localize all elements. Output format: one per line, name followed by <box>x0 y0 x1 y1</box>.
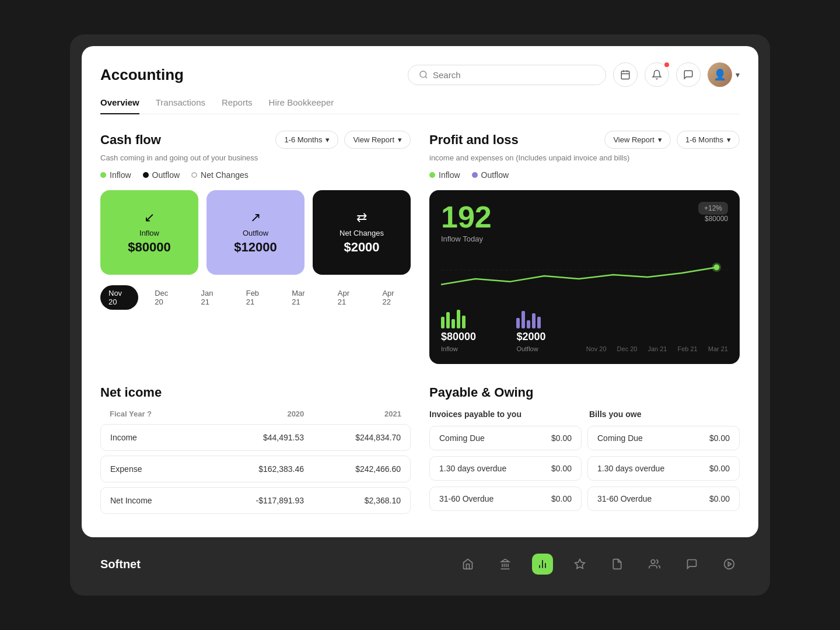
cashflow-cards: ↙ Inflow $80000 ↗ Outflow $12000 ⇄ Net C… <box>100 190 411 275</box>
nav-people-icon[interactable] <box>644 554 665 575</box>
timeline-jan21[interactable]: Jan 21 <box>192 285 229 310</box>
inflow-arrow-icon: ↙ <box>144 210 155 225</box>
pnl-subtitle: income and expenses on (Includes unpaid … <box>429 153 740 162</box>
table-header: Fical Year ? 2020 2021 <box>100 410 411 424</box>
expense-2021: $242,466.60 <box>304 464 401 474</box>
nav-ai-icon[interactable] <box>569 554 590 575</box>
payable-row-amount: $0.00 <box>709 494 730 503</box>
payable-row-label: Coming Due <box>597 433 643 443</box>
pnl-outflow-bars <box>516 310 545 328</box>
timeline-apr22[interactable]: Apr 22 <box>374 285 411 310</box>
payable-row-amount: $0.00 <box>709 433 730 443</box>
netincome-2021: $2,368.10 <box>304 496 401 505</box>
payable-row: Coming Due $0.00 <box>587 426 740 450</box>
nav-tabs: Overview Transactions Reports Hire Bookk… <box>100 92 740 114</box>
inflow-card: ↙ Inflow $80000 <box>100 190 198 275</box>
pnl-legend: Inflow Outflow <box>429 170 740 180</box>
payable-section: Payable & Owing Invoices payable to you … <box>429 385 740 519</box>
cashflow-period-dropdown[interactable]: 1-6 Months ▾ <box>275 131 338 149</box>
search-icon <box>419 70 428 79</box>
pnl-period-dropdown[interactable]: 1-6 Months ▾ <box>677 131 740 149</box>
app-title: Accounting <box>100 66 184 84</box>
pnl-time-jan21: Jan 21 <box>648 345 667 352</box>
col-header-2: 2020 <box>207 410 304 418</box>
cashflow-title: Cash flow <box>100 132 161 148</box>
income-label: Income <box>110 433 207 442</box>
timeline-nov20[interactable]: Nov 20 <box>100 285 138 310</box>
tab-reports[interactable]: Reports <box>222 92 253 114</box>
pnl-outflow-val: $2000 <box>516 331 545 343</box>
inflow-value: $80000 <box>128 240 170 255</box>
search-bar[interactable] <box>408 65 606 85</box>
payable-row-label: 31-60 Overdue <box>597 494 652 503</box>
pnl-target: $80000 <box>698 215 728 223</box>
timeline-mar21[interactable]: Mar 21 <box>284 285 321 310</box>
net-income-title: Net icome <box>100 385 411 400</box>
income-2020: $44,491.53 <box>207 433 304 442</box>
svg-marker-13 <box>501 559 509 562</box>
payable-row-amount: $0.00 <box>551 464 572 473</box>
pnl-outflow-name: Outflow <box>516 345 545 352</box>
tab-hire-bookkeeper[interactable]: Hire Bookkeeper <box>269 92 334 114</box>
pnl-view-report-btn[interactable]: View Report ▾ <box>604 131 671 149</box>
app-container: Accounting 👤 <box>70 34 770 596</box>
user-avatar-area[interactable]: 👤 ▾ <box>708 62 740 87</box>
calendar-icon <box>620 69 631 80</box>
payable-row-label: 31-60 Overdue <box>439 494 494 503</box>
payable-row-label: Coming Due <box>439 433 485 443</box>
payable-row-label: 1.30 days overdue <box>439 464 506 473</box>
cashflow-view-report-btn[interactable]: View Report ▾ <box>344 131 411 149</box>
netchanges-icon: ⇄ <box>356 210 367 225</box>
chevron-down-icon: ▾ <box>736 70 740 79</box>
brand-name: Softnet <box>100 558 141 571</box>
search-input[interactable] <box>433 70 595 80</box>
tab-overview[interactable]: Overview <box>100 92 139 114</box>
payable-row: 31-60 Overdue $0.00 <box>429 487 582 511</box>
nav-message-icon[interactable] <box>681 554 702 575</box>
chevron-icon: ▾ <box>658 135 662 144</box>
pnl-chart-svg-container <box>441 253 728 302</box>
legend-inflow: Inflow <box>100 170 131 180</box>
bar-4 <box>457 310 460 328</box>
notification-icon-btn[interactable] <box>645 62 669 87</box>
payable-title: Payable & Owing <box>429 385 740 400</box>
payable-column-headers: Invoices payable to you Bills you owe <box>429 410 740 419</box>
chat-icon-btn[interactable] <box>676 62 701 87</box>
col-header-3: 2021 <box>304 410 401 418</box>
table-row: Expense $162,383.46 $242,466.60 <box>100 456 411 482</box>
cashflow-subtitle: Cash coming in and going out of your bus… <box>100 153 411 162</box>
nav-home-icon[interactable] <box>457 554 478 575</box>
pnl-title: Profit and loss <box>429 132 519 148</box>
nav-play-icon[interactable] <box>719 554 740 575</box>
pnl-header: Profit and loss View Report ▾ 1-6 Months… <box>429 131 740 149</box>
pnl-legend-inflow: Inflow <box>429 170 460 180</box>
pnl-chart-timeline: Nov 20 Dec 20 Jan 21 Feb 21 Mar 21 <box>586 345 728 352</box>
col-header-1: Fical Year ? <box>110 410 207 418</box>
net-changes-dot <box>191 172 197 178</box>
svg-point-7 <box>713 264 719 270</box>
outflow-value: $12000 <box>234 240 276 255</box>
outflow-card: ↗ Outflow $12000 <box>206 190 304 275</box>
payable-row: Coming Due $0.00 <box>429 426 582 450</box>
nav-doc-icon[interactable] <box>607 554 628 575</box>
bar-3 <box>452 319 455 328</box>
timeline-dec20[interactable]: Dec 20 <box>146 285 184 310</box>
nav-chart-icon[interactable] <box>532 554 553 575</box>
bar-p5 <box>537 317 541 328</box>
header-right: 👤 ▾ <box>408 62 740 87</box>
pnl-inflow-info: 192 Inflow Today <box>441 202 492 243</box>
pnl-inflow-name: Inflow <box>441 345 476 352</box>
payable-col1-title: Invoices payable to you <box>429 410 580 419</box>
header: Accounting 👤 <box>100 62 740 87</box>
content-grid: Cash flow 1-6 Months ▾ View Report ▾ Cas… <box>100 131 740 519</box>
timeline-apr21[interactable]: Apr 21 <box>330 285 366 310</box>
tab-transactions[interactable]: Transactions <box>156 92 205 114</box>
svg-point-18 <box>724 559 734 569</box>
bell-icon <box>652 69 662 80</box>
pnl-bottom-area: $80000 Inflow $2000 <box>441 310 728 352</box>
timeline-feb21[interactable]: Feb 21 <box>238 285 276 310</box>
calendar-icon-btn[interactable] <box>613 62 638 87</box>
cashflow-controls: 1-6 Months ▾ View Report ▾ <box>275 131 411 149</box>
nav-bank-icon[interactable] <box>495 554 516 575</box>
bar-5 <box>462 316 466 328</box>
